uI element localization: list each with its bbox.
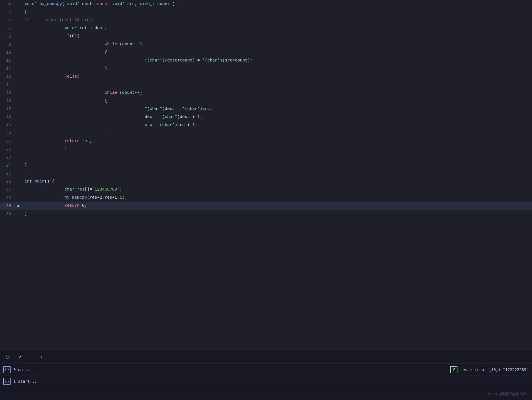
debug-continue-button[interactable]: ▷ <box>4 353 12 361</box>
code-content-27: char res[]="123456789"; <box>22 186 122 194</box>
code-content-21: return ret; <box>22 137 92 145</box>
code-line-9: 9 while (count--) <box>0 40 532 48</box>
line-number-21: 21 <box>0 139 15 144</box>
code-line-6: 6// assert(dest && src); <box>0 16 532 24</box>
code-content-11: *(char*)(dest+count) = *(char*)(src+coun… <box>22 56 252 65</box>
code-content-6: // assert(dest && src); <box>22 16 95 24</box>
line-number-23: 23 <box>0 155 15 160</box>
code-content-19: src = (char*)src + 1; <box>22 121 197 129</box>
debug-var-icon: V <box>450 366 457 373</box>
code-line-24: 24} <box>0 161 532 169</box>
debug-var-name: res <box>460 367 467 372</box>
code-line-4: 4void* my_memcpy( void* dest, const void… <box>0 0 532 8</box>
code-content-22: } <box>22 145 67 153</box>
code-area: 4void* my_memcpy( void* dest, const void… <box>0 0 532 350</box>
line-number-6: 6 <box>0 18 15 23</box>
code-line-13: 13 }else{ <box>0 73 532 81</box>
line-number-25: 25 <box>0 171 15 176</box>
code-line-27: 27 char res[]="123456789"; <box>0 186 532 194</box>
line-number-4: 4 <box>0 2 15 6</box>
code-line-15: 15 while (count--) <box>0 89 532 97</box>
code-content-28: my_memcpy(res+2,res+1,5); <box>22 194 127 202</box>
code-content-15: while (count--) <box>22 89 142 97</box>
code-line-14: 14 <box>0 81 532 89</box>
code-content-24: } <box>22 161 27 169</box>
debug-stack-row-1[interactable]: {} 1 start... <box>0 376 532 387</box>
debug-stepover-button[interactable]: ↗ <box>16 353 24 361</box>
code-line-12: 12 } <box>0 65 532 73</box>
line-number-14: 14 <box>0 83 15 87</box>
code-content-13: }else{ <box>22 73 80 81</box>
debug-var-value: = (char [10]) "122222289" <box>470 367 529 372</box>
code-content-4: void* my_memcpy( void* dest, const void*… <box>22 0 175 8</box>
line-number-8: 8 <box>0 34 15 39</box>
line-number-12: 12 <box>0 66 15 71</box>
code-line-7: 7 void* ret = dest; <box>0 24 532 32</box>
code-content-7: void* ret = dest; <box>22 24 107 32</box>
code-line-23: 23 <box>0 153 532 161</box>
debug-stack-row-0[interactable]: {} 0 mai... V res = (char [10]) "1222222… <box>0 364 532 376</box>
line-number-5: 5 <box>0 10 15 14</box>
code-content-16: { <box>22 97 107 105</box>
line-number-22: 22 <box>0 147 15 152</box>
line-number-16: 16 <box>0 99 15 103</box>
watermark: CSDN @阿康不会敲代码 <box>488 392 526 397</box>
line-number-9: 9 <box>0 42 15 47</box>
line-number-29: 29 <box>0 204 15 208</box>
code-content-12: } <box>22 65 107 73</box>
line-number-10: 10 <box>0 50 15 55</box>
line-number-7: 7 <box>0 26 15 31</box>
code-line-19: 19 src = (char*)src + 1; <box>0 121 532 129</box>
code-line-18: 18 dest = (char*)dest + 1; <box>0 113 532 121</box>
line-number-30: 30 <box>0 212 15 216</box>
code-line-11: 11 *(char*)(dest+count) = *(char*)(src+c… <box>0 56 532 65</box>
breakpoint-area-29: ▶ <box>15 203 22 209</box>
code-line-16: 16 { <box>0 97 532 105</box>
code-line-30: 30} <box>0 210 532 218</box>
debug-stack-icon-0: {} <box>3 366 11 373</box>
debug-panel: {} 0 mai... V res = (char [10]) "1222222… <box>0 364 532 400</box>
code-line-25: 25 <box>0 169 532 177</box>
debug-stepinto-button[interactable]: ↓ <box>28 353 34 361</box>
line-number-27: 27 <box>0 187 15 192</box>
code-content-8: if(0){ <box>22 32 80 40</box>
code-content-29: return 0; <box>22 202 87 210</box>
line-number-19: 19 <box>0 123 15 127</box>
line-number-13: 13 <box>0 75 15 79</box>
code-content-17: *(char*)dest = *(char*)src; <box>22 105 212 113</box>
editor-container: 4void* my_memcpy( void* dest, const void… <box>0 0 532 400</box>
code-content-18: dest = (char*)dest + 1; <box>22 113 202 121</box>
code-line-5: 5{ <box>0 8 532 16</box>
code-line-8: 8 if(0){ <box>0 32 532 40</box>
line-number-20: 20 <box>0 131 15 135</box>
debugger-bar: ▷ ↗ ↓ ↑ <box>0 350 532 364</box>
code-content-20: } <box>22 129 107 137</box>
debug-arrow-29: ▶ <box>18 203 20 209</box>
code-line-10: 10 { <box>0 48 532 56</box>
code-line-17: 17 *(char*)dest = *(char*)src; <box>0 105 532 113</box>
line-number-24: 24 <box>0 163 15 168</box>
code-line-22: 22 } <box>0 145 532 153</box>
line-number-28: 28 <box>0 196 15 200</box>
line-number-11: 11 <box>0 58 15 63</box>
debug-stack-label-0: 0 mai... <box>13 367 32 372</box>
code-line-28: 28 my_memcpy(res+2,res+1,5); <box>0 194 532 202</box>
debug-stack-label-1: 1 start... <box>13 379 37 384</box>
code-line-21: 21 return ret; <box>0 137 532 145</box>
debug-stack-icon-1: {} <box>3 378 11 385</box>
debug-stepout-button[interactable]: ↑ <box>38 353 44 361</box>
code-line-20: 20 } <box>0 129 532 137</box>
line-number-18: 18 <box>0 115 15 119</box>
code-content-30: } <box>22 210 27 218</box>
code-content-10: { <box>22 48 107 56</box>
code-line-26: 26int main() { <box>0 177 532 186</box>
line-number-17: 17 <box>0 107 15 111</box>
code-content-26: int main() { <box>22 177 55 186</box>
code-content-5: { <box>22 8 27 16</box>
code-content-9: while (count--) <box>22 40 142 48</box>
code-line-29: 29▶ return 0; <box>0 202 532 210</box>
line-number-26: 26 <box>0 179 15 184</box>
line-number-15: 15 <box>0 91 15 95</box>
